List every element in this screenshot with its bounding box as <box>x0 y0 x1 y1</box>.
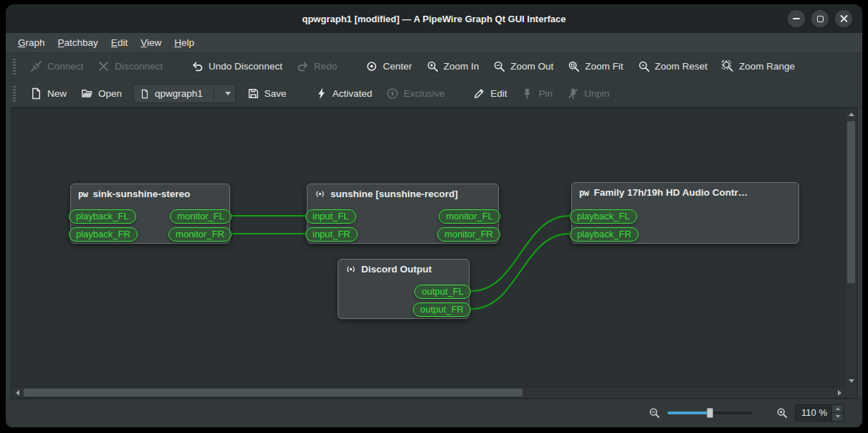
node-family-hd-audio[interactable]: pw Family 17h/19h HD Audio Contr… playba… <box>571 182 799 244</box>
activated-label: Activated <box>333 88 373 99</box>
pin-icon <box>521 87 533 100</box>
menu-help[interactable]: Help <box>168 34 201 51</box>
pin-button[interactable]: Pin <box>515 84 558 103</box>
zoom-fit-icon <box>568 60 580 72</box>
port-output-fl[interactable]: output_FL <box>414 285 471 299</box>
menu-edit[interactable]: Edit <box>105 34 134 51</box>
open-button[interactable]: Open <box>75 84 128 103</box>
node-sink-sunshine-stereo[interactable]: pw sink-sunshine-stereo playback_FL play… <box>70 184 230 244</box>
pipewire-icon: pw <box>78 189 87 199</box>
vertical-scrollbar[interactable] <box>845 108 857 386</box>
port-monitor-fl[interactable]: monitor_FL <box>439 209 500 224</box>
combo-separator <box>214 87 214 100</box>
scroll-left-button[interactable] <box>11 387 23 399</box>
connection-cable <box>472 234 569 309</box>
port-playback-fl[interactable]: playback_FL <box>570 209 637 224</box>
zoom-in-icon <box>426 60 439 72</box>
node-title: sunshine [sunshine-record] <box>330 189 458 199</box>
toolbar-handle[interactable] <box>13 86 16 102</box>
patchbay-combo-value: qpwgraph1 <box>155 88 203 99</box>
menu-graph[interactable]: Graph <box>11 34 52 51</box>
connection-cables <box>11 108 846 389</box>
zoom-in-button[interactable]: Zoom In <box>421 57 485 76</box>
redo-label: Redo <box>314 61 337 72</box>
spin-buttons <box>831 405 843 421</box>
spin-up-button[interactable] <box>832 405 843 414</box>
port-output-fr[interactable]: output_FR <box>413 303 471 317</box>
unpin-icon <box>567 87 579 100</box>
redo-icon <box>297 60 309 72</box>
minimize-button[interactable] <box>788 10 805 27</box>
activated-button[interactable]: Activated <box>310 84 378 103</box>
scroll-right-button[interactable] <box>834 387 845 399</box>
maximize-button[interactable] <box>811 10 829 27</box>
scroll-down-button[interactable] <box>846 375 857 386</box>
disconnect-icon <box>97 60 110 72</box>
port-monitor-fr[interactable]: monitor_FR <box>437 227 500 242</box>
undo-disconnect-label: Undo Disconnect <box>209 61 282 72</box>
edit-label: Edit <box>490 88 507 99</box>
node-title: sink-sunshine-stereo <box>92 189 190 199</box>
audio-node-icon <box>345 264 356 275</box>
edit-button[interactable]: Edit <box>467 84 512 103</box>
zoom-slider[interactable] <box>667 407 752 419</box>
redo-button[interactable]: Redo <box>291 57 343 76</box>
zoom-range-button[interactable]: Zoom Range <box>716 57 801 76</box>
zoom-fit-label: Zoom Fit <box>585 61 623 72</box>
arrow-down-icon <box>849 379 854 383</box>
close-icon <box>840 15 848 23</box>
vertical-scrollbar-thumb[interactable] <box>847 121 855 283</box>
graph-canvas[interactable]: pw sink-sunshine-stereo playback_FL play… <box>11 108 857 399</box>
port-input-fr[interactable]: input_FR <box>305 227 358 242</box>
connect-button[interactable]: Connect <box>24 57 89 76</box>
unpin-button[interactable]: Unpin <box>561 84 615 103</box>
undo-disconnect-button[interactable]: Undo Disconnect <box>186 57 288 76</box>
toolbar-graph: Connect Disconnect Undo Disconnect Redo … <box>6 53 862 80</box>
menu-view[interactable]: View <box>134 34 168 51</box>
slider-fill <box>667 411 710 414</box>
port-playback-fr[interactable]: playback_FR <box>570 227 639 242</box>
zoom-value: 110 % <box>796 407 831 418</box>
menubar: Graph Patchbay Edit View Help <box>6 33 862 53</box>
horizontal-scrollbar[interactable] <box>11 386 845 398</box>
pipewire-icon: pw <box>579 188 588 198</box>
new-button[interactable]: New <box>24 84 72 103</box>
open-label: Open <box>98 88 122 99</box>
zoom-in-label: Zoom In <box>444 61 480 72</box>
scroll-up-button[interactable] <box>846 108 857 120</box>
undo-icon <box>191 60 204 72</box>
node-discord-output[interactable]: Discord Output output_FL output_FR <box>338 259 469 319</box>
menu-patchbay[interactable]: Patchbay <box>52 34 105 51</box>
toolbar-handle[interactable] <box>13 59 16 75</box>
port-playback-fr[interactable]: playback_FR <box>69 227 138 242</box>
slider-handle[interactable] <box>707 408 713 418</box>
zoom-in-mini-button[interactable] <box>776 407 788 419</box>
zoom-out-mini-button[interactable] <box>649 407 660 419</box>
port-monitor-fr[interactable]: monitor_FR <box>168 227 232 242</box>
audio-node-icon <box>315 189 325 199</box>
port-input-fl[interactable]: input_FL <box>305 209 356 224</box>
close-button[interactable] <box>835 10 852 27</box>
arrow-up-icon <box>836 407 840 410</box>
horizontal-scrollbar-thumb[interactable] <box>24 389 523 396</box>
zoom-spinbox[interactable]: 110 % <box>795 404 844 422</box>
exclusive-button[interactable]: Exclusive <box>381 84 450 103</box>
zoom-reset-button[interactable]: Zoom Reset <box>632 57 714 76</box>
node-sunshine-record[interactable]: sunshine [sunshine-record] input_FL inpu… <box>307 184 499 244</box>
activated-icon <box>315 87 328 100</box>
patchbay-combo[interactable]: qpwgraph1 <box>133 84 236 103</box>
spin-down-button[interactable] <box>832 413 843 421</box>
disconnect-button[interactable]: Disconnect <box>92 57 168 76</box>
app-window: qpwgraph1 [modified] — A PipeWire Graph … <box>6 4 862 427</box>
port-monitor-fl[interactable]: monitor_FL <box>170 209 232 224</box>
chevron-down-icon <box>225 92 231 95</box>
save-button[interactable]: Save <box>242 84 292 103</box>
port-playback-fl[interactable]: playback_FL <box>69 209 136 224</box>
center-button[interactable]: Center <box>360 57 418 76</box>
arrow-up-icon <box>849 113 854 116</box>
arrow-down-icon <box>836 415 840 418</box>
connect-icon <box>30 60 42 72</box>
titlebar[interactable]: qpwgraph1 [modified] — A PipeWire Graph … <box>6 4 862 33</box>
zoom-fit-button[interactable]: Zoom Fit <box>562 57 629 76</box>
zoom-out-button[interactable]: Zoom Out <box>487 57 559 76</box>
